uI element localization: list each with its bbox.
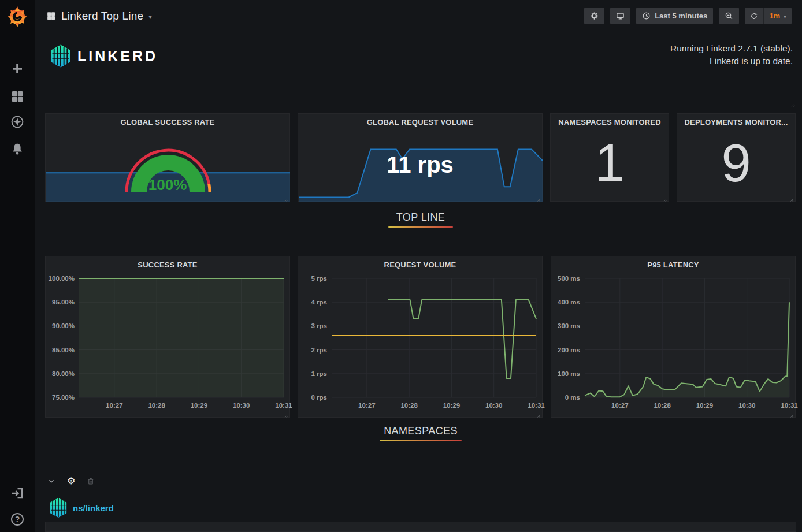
panel-resize-handle[interactable] [789,99,795,105]
request-volume-chart: 10:2710:2810:2910:3010:310 rps1 rps2 rps… [298,274,543,415]
dashboard-title-menu[interactable]: Linkerd Top Line ▾ [46,0,152,32]
p95-latency-chart-panel: P95 LATENCY 10:2710:2810:2910:3010:310 m… [551,256,796,418]
refresh-button[interactable] [745,8,763,24]
svg-text:95.00%: 95.00% [52,299,75,306]
svg-text:10:28: 10:28 [400,402,418,409]
panel-resize-handle[interactable] [662,194,667,200]
grafana-logo-icon[interactable] [6,5,29,28]
time-range-label: Last 5 minutes [655,12,707,20]
row-title: NAMESPACES [384,425,458,437]
panel-title[interactable]: SUCCESS RATE [46,261,289,269]
grafana-dashboard: ? Linkerd Top Line ▾ Last 5 minutes 1m ▾ [0,0,802,532]
help-question-glyph: ? [15,515,20,524]
row-header-namespaces[interactable]: NAMESPACES [45,425,796,448]
refresh-interval-value: 1m [769,12,780,20]
panel-resize-handle[interactable] [535,410,541,416]
svg-text:2 rps: 2 rps [311,347,328,354]
panel-resize-handle[interactable] [283,410,288,416]
svg-text:10:30: 10:30 [233,402,250,409]
row-underline [380,440,462,441]
dashboard-title: Linkerd Top Line [61,10,143,23]
svg-text:10:31: 10:31 [781,402,798,409]
svg-text:10:28: 10:28 [654,402,671,409]
svg-text:10:29: 10:29 [443,402,460,409]
sign-in-icon[interactable] [10,486,24,500]
svg-text:4 rps: 4 rps [311,299,328,306]
success-rate-chart-panel: SUCCESS RATE 10:2710:2810:2910:3010:3175… [45,256,290,418]
row-settings-gear-icon[interactable]: ⚙ [67,477,75,486]
panel-title[interactable]: GLOBAL REQUEST VOLUME [298,118,542,127]
linkerd-logo-icon [49,44,73,68]
namespaces-monitored-panel: NAMESPACES MONITORED 1 [550,113,669,202]
chevron-down-icon[interactable] [47,477,55,485]
success-rate-chart: 10:2710:2810:2910:3010:3175.00%80.00%85.… [46,274,291,415]
row-delete-trash-icon[interactable] [87,477,95,485]
svg-text:10:30: 10:30 [738,402,755,409]
linkerd-logo-icon [49,497,68,519]
row-header-top-line[interactable]: TOP LINE [45,211,796,235]
refresh-icon [750,12,758,20]
linkerd-version-status: Running Linkerd 2.7.1 (stable). Linkerd … [670,42,793,68]
sidebar: ? [0,0,35,532]
stat-value: 9 [677,114,795,201]
caret-down-icon: ▾ [784,12,786,20]
panel-title[interactable]: GLOBAL SUCCESS RATE [46,118,289,127]
panel-resize-handle[interactable] [788,410,794,416]
namespace-link-row: ns/linkerd [49,496,114,520]
svg-text:10:27: 10:27 [106,402,122,409]
gauge-value: 100% [46,176,289,194]
p95-latency-chart: 10:2710:2810:2910:3010:310 ms100 ms200 m… [551,274,796,415]
panel-title[interactable]: REQUEST VOLUME [298,261,542,269]
linkerd-brand: LINKERD [49,44,158,68]
linkerd-wordmark: LINKERD [77,48,158,65]
svg-text:10:29: 10:29 [191,402,207,409]
namespace-link[interactable]: ns/linkerd [73,503,114,513]
time-range-button[interactable]: Last 5 minutes [636,8,713,24]
dashboard-grid-icon [46,11,56,21]
dashboard-settings-button[interactable] [584,8,604,24]
refresh-interval-dropdown[interactable]: 1m ▾ [764,8,792,24]
svg-text:10:27: 10:27 [611,402,628,409]
svg-text:1 rps: 1 rps [311,370,328,377]
svg-text:10:31: 10:31 [528,402,545,409]
alerting-bell-icon[interactable] [10,142,24,156]
svg-text:500 ms: 500 ms [558,275,580,282]
add-icon[interactable] [10,62,24,76]
panel-title[interactable]: P95 LATENCY [551,261,795,269]
tv-mode-button[interactable] [610,8,630,24]
svg-text:10:30: 10:30 [485,402,502,409]
navbar: Linkerd Top Line ▾ Last 5 minutes 1m ▾ [35,0,802,32]
deployments-monitored-panel: DEPLOYMENTS MONITOR... 9 [677,113,796,202]
svg-text:0 ms: 0 ms [565,394,580,401]
svg-text:5 rps: 5 rps [311,275,328,282]
svg-text:200 ms: 200 ms [558,347,580,354]
monitor-icon [616,12,625,20]
svg-text:10:27: 10:27 [358,402,375,409]
svg-text:400 ms: 400 ms [558,299,580,306]
svg-text:100 ms: 100 ms [558,370,580,377]
panel-resize-handle[interactable] [788,194,794,200]
svg-text:0 rps: 0 rps [311,394,328,401]
svg-text:85.00%: 85.00% [52,347,75,354]
row-title: TOP LINE [396,211,445,223]
zoom-out-icon [725,12,733,20]
gear-icon [590,12,599,20]
row-underline [388,226,453,228]
svg-text:75.00%: 75.00% [52,394,75,401]
refresh-control: 1m ▾ [745,8,792,24]
panel-title[interactable]: DEPLOYMENTS MONITOR... [677,118,795,127]
zoom-out-button[interactable] [719,8,739,24]
status-line-1: Running Linkerd 2.7.1 (stable). [670,42,793,55]
dashboards-icon[interactable] [10,90,24,103]
panel-title[interactable]: NAMESPACES MONITORED [551,118,669,127]
svg-text:100.00%: 100.00% [49,275,75,282]
panel-resize-handle[interactable] [283,194,288,200]
svg-text:3 rps: 3 rps [311,322,328,329]
caret-down-icon: ▾ [148,12,152,21]
svg-text:10:31: 10:31 [275,402,292,409]
svg-text:90.00%: 90.00% [52,322,75,329]
panel-resize-handle[interactable] [535,194,541,200]
help-icon[interactable]: ? [11,513,24,526]
explore-compass-icon[interactable] [10,115,24,129]
svg-text:10:28: 10:28 [148,402,165,409]
